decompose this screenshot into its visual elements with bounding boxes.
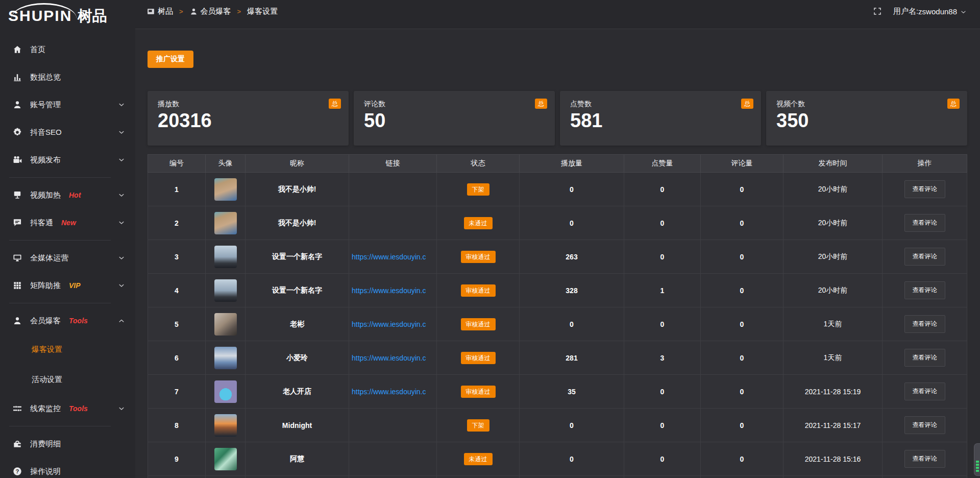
cell-status: 审核通过 <box>437 341 520 375</box>
partial-cell <box>206 476 246 478</box>
video-link[interactable]: https://www.iesdouyin.c <box>349 286 436 295</box>
cell-link <box>349 442 437 476</box>
table-row: 5老彬https://www.iesdouyin.c审核通过0001天前查看评论 <box>148 307 967 341</box>
view-comments-button[interactable]: 查看评论 <box>904 180 945 198</box>
sidebar-item-label: 账号管理 <box>30 100 61 110</box>
sidebar-subitem-activity-settings[interactable]: 活动设置 <box>0 365 135 395</box>
partial-cell <box>349 476 437 478</box>
logo-arc-decoration <box>11 3 77 18</box>
gear-icon <box>12 127 22 137</box>
cell-plays: 35 <box>520 375 624 409</box>
cell-id: 9 <box>148 442 206 476</box>
cell-comments: 0 <box>701 206 783 240</box>
sidebar-item-data-overview[interactable]: 数据总览 <box>0 63 135 91</box>
sidebar-item-clue-monitor[interactable]: 线索监控Tools <box>0 395 135 422</box>
view-comments-button[interactable]: 查看评论 <box>904 450 945 468</box>
status-badge: 审核通过 <box>461 251 496 263</box>
stat-card-value: 350 <box>776 110 957 132</box>
sidebar-item-label: 视频加热 <box>30 190 61 200</box>
table-row: 1我不是小帅!下架00020小时前查看评论 <box>148 173 967 206</box>
cell-likes: 0 <box>624 409 701 442</box>
video-link[interactable]: https://www.iesdouyin.c <box>349 253 436 261</box>
breadcrumb-item[interactable]: 会员爆客 <box>189 7 231 16</box>
fullscreen-icon[interactable] <box>873 7 882 16</box>
cell-link: https://www.iesdouyin.c <box>349 274 437 307</box>
view-comments-button[interactable]: 查看评论 <box>904 416 945 434</box>
svg-text:?: ? <box>16 468 19 474</box>
cell-link <box>349 409 437 442</box>
column-header: 编号 <box>148 155 206 173</box>
cell-publish-time: 2021-11-28 15:17 <box>783 409 883 442</box>
user-icon <box>12 100 22 110</box>
cell-plays: 0 <box>520 206 624 240</box>
cell-avatar <box>206 307 246 341</box>
column-header: 头像 <box>206 155 246 173</box>
cell-actions: 查看评论 <box>883 307 967 341</box>
stat-card: 视频个数350总 <box>766 91 967 146</box>
user-menu[interactable]: 用户名: zswodun88 <box>893 7 967 16</box>
breadcrumb-item[interactable]: 树品 <box>146 7 173 16</box>
username: zswodun88 <box>918 7 957 16</box>
cell-plays: 0 <box>520 442 624 476</box>
partial-cell <box>883 476 967 478</box>
video-link[interactable]: https://www.iesdouyin.c <box>349 354 436 362</box>
support-widget[interactable] <box>974 443 980 476</box>
view-comments-button[interactable]: 查看评论 <box>904 349 945 367</box>
avatar <box>214 313 237 336</box>
promo-settings-button[interactable]: 推广设置 <box>148 51 193 68</box>
sidebar-item-matrix-boost[interactable]: 矩阵助推VIP <box>0 272 135 299</box>
view-comments-button[interactable]: 查看评论 <box>904 315 945 333</box>
sidebar-item-member-baoke[interactable]: 会员爆客Tools <box>0 307 135 334</box>
sidebar-item-operation-guide[interactable]: ?操作说明 <box>0 458 135 478</box>
sliders-icon <box>12 403 22 414</box>
stat-card-value: 581 <box>570 110 751 132</box>
cell-nickname: 设置一个新名字 <box>246 274 349 307</box>
avatar <box>214 212 237 234</box>
stats-row: 播放数20316总评论数50总点赞数581总视频个数350总 <box>148 91 967 146</box>
column-header: 发布时间 <box>783 155 883 173</box>
breadcrumb-item[interactable]: 爆客设置 <box>247 7 278 16</box>
view-comments-button[interactable]: 查看评论 <box>904 248 945 266</box>
avatar <box>214 448 237 470</box>
view-comments-button[interactable]: 查看评论 <box>904 383 945 400</box>
stat-card: 点赞数581总 <box>560 91 761 146</box>
sidebar-item-douyin-seo[interactable]: 抖音SEO <box>0 118 135 146</box>
cell-publish-time: 20小时前 <box>783 173 883 206</box>
sidebar-item-label: 线索监控 <box>30 404 61 414</box>
sidebar-item-media-operation[interactable]: 全媒体运营 <box>0 244 135 272</box>
sidebar-nav: 首页数据总览账号管理抖音SEO视频发布视频加热Hot抖客通New全媒体运营矩阵助… <box>0 36 135 478</box>
sidebar-subitem-baoke-settings[interactable]: 爆客设置 <box>0 334 135 365</box>
video-link[interactable]: https://www.iesdouyin.c <box>349 320 436 328</box>
stat-card-label: 播放数 <box>158 100 338 109</box>
cell-comments: 0 <box>701 341 783 375</box>
partial-cell <box>246 476 349 478</box>
sidebar-item-account-manage[interactable]: 账号管理 <box>0 91 135 118</box>
cell-comments: 0 <box>701 307 783 341</box>
cell-status: 下架 <box>437 173 520 206</box>
sidebar-item-douketong[interactable]: 抖客通New <box>0 209 135 236</box>
cell-status: 审核通过 <box>437 240 520 274</box>
view-comments-button[interactable]: 查看评论 <box>904 281 945 299</box>
table-row: 2我不是小帅!未通过00020小时前查看评论 <box>148 206 967 240</box>
column-header: 状态 <box>437 155 520 173</box>
view-comments-button[interactable]: 查看评论 <box>904 214 945 232</box>
cell-avatar <box>206 375 246 409</box>
sidebar-item-consume-detail[interactable]: 消费明细 <box>0 430 135 458</box>
stat-card-total-badge: 总 <box>947 99 960 109</box>
avatar <box>214 380 237 403</box>
table-row-partial <box>148 476 967 478</box>
home-icon <box>12 44 22 55</box>
sidebar-item-home[interactable]: 首页 <box>0 36 135 63</box>
avatar <box>214 414 237 437</box>
video-link[interactable]: https://www.iesdouyin.c <box>349 388 436 396</box>
cell-comments: 0 <box>701 442 783 476</box>
breadcrumb-label: 会员爆客 <box>201 7 231 16</box>
cell-status: 审核通过 <box>437 375 520 409</box>
monitor-icon <box>12 253 22 263</box>
videos-table: 编号头像昵称链接状态播放量点赞量评论量发布时间操作 1我不是小帅!下架00020… <box>148 154 967 478</box>
sidebar-item-video-heat[interactable]: 视频加热Hot <box>0 181 135 209</box>
table-row: 8Midnight下架0002021-11-28 15:17查看评论 <box>148 409 967 442</box>
avatar <box>214 279 237 302</box>
cell-link: https://www.iesdouyin.c <box>349 240 437 274</box>
sidebar-item-video-publish[interactable]: 视频发布 <box>0 146 135 174</box>
